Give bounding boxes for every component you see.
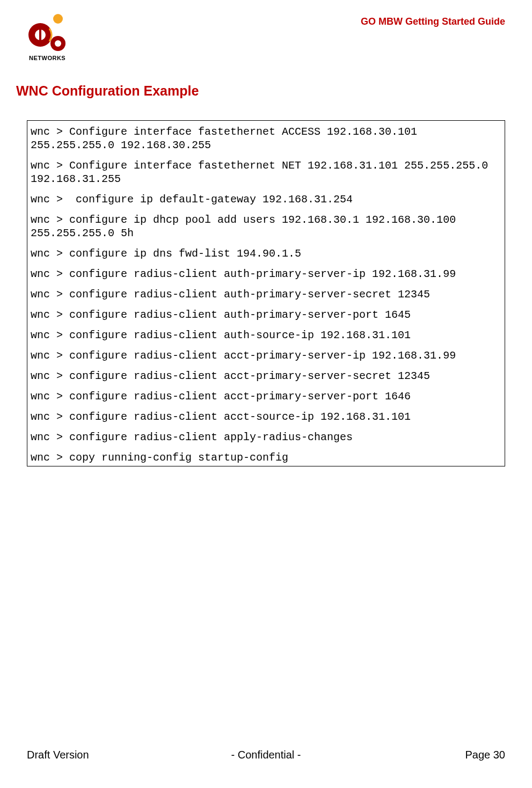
config-line: wnc > configure radius-client apply-radi… [31, 431, 501, 444]
config-line: wnc > configure radius-client auth-prima… [31, 288, 501, 301]
config-line: wnc > configure ip default-gateway 192.1… [31, 193, 501, 206]
page-header: NETWORKS GO MBW Getting Started Guide [27, 13, 505, 62]
config-line: wnc > configure radius-client auth-prima… [31, 308, 501, 322]
footer-confidential: - Confidential - [186, 749, 346, 761]
svg-point-0 [53, 14, 63, 24]
configuration-box: wnc > Configure interface fastethernet A… [27, 120, 505, 466]
section-title: WNC Configuration Example [16, 83, 505, 99]
config-line: wnc > configure radius-client auth-sourc… [31, 329, 501, 342]
footer-version: Draft Version [27, 749, 186, 761]
config-line: wnc > configure radius-client acct-prima… [31, 390, 501, 403]
config-line: wnc > configure radius-client acct-prima… [31, 369, 501, 383]
logo: NETWORKS [27, 13, 75, 62]
config-line: wnc > configure radius-client acct-sourc… [31, 410, 501, 424]
config-line: wnc > configure ip dns fwd-list 194.90.1… [31, 247, 501, 260]
config-line: wnc > Configure interface fastethernet N… [31, 159, 501, 186]
page-footer: Draft Version - Confidential - Page 30 [27, 749, 505, 761]
config-line: wnc > configure radius-client auth-prima… [31, 267, 501, 281]
guide-title: GO MBW Getting Started Guide [361, 16, 505, 27]
footer-page-number: Page 30 [346, 749, 505, 761]
config-line: wnc > Configure interface fastethernet A… [31, 125, 501, 152]
go-networks-logo-icon: NETWORKS [27, 13, 75, 62]
config-line: wnc > configure ip dhcp pool add users 1… [31, 213, 501, 240]
config-line: wnc > configure radius-client acct-prima… [31, 349, 501, 362]
svg-point-4 [55, 40, 61, 47]
logo-text: NETWORKS [29, 55, 65, 61]
config-line: wnc > copy running-config startup-config [31, 451, 501, 464]
